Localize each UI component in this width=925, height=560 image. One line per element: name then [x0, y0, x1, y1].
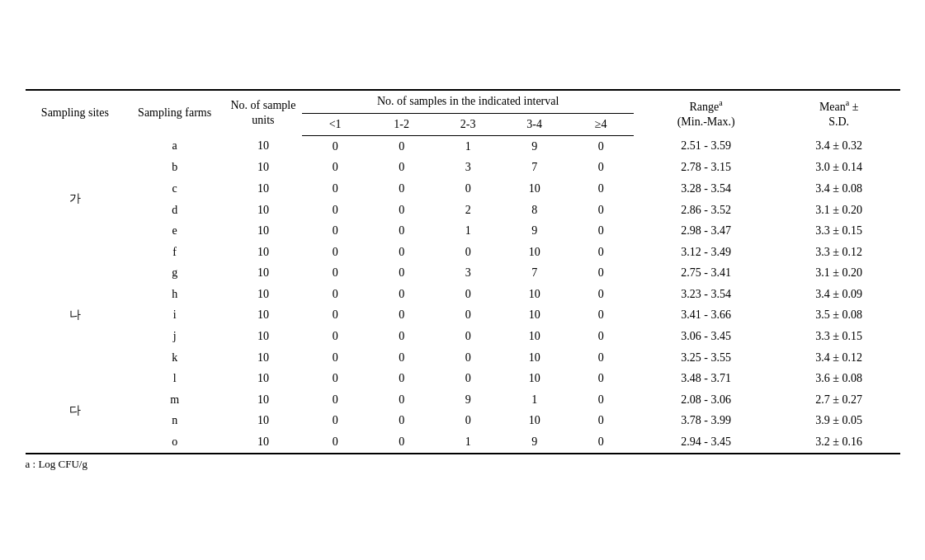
farm-cell: g	[125, 262, 224, 284]
farm-cell: k	[125, 347, 224, 369]
r34-cell: 9	[501, 135, 568, 157]
units-cell: 10	[224, 178, 302, 200]
gte4-cell: 0	[568, 389, 635, 411]
farm-cell: l	[125, 368, 224, 389]
footnote: a : Log CFU/g	[26, 458, 900, 471]
r34-cell: 7	[501, 262, 568, 284]
site-cell: 가	[26, 135, 125, 262]
r12-cell: 0	[368, 389, 435, 411]
gte4-cell: 0	[568, 220, 635, 242]
farm-cell: i	[125, 304, 224, 326]
table-row: b10003702.78 - 3.153.0 ± 0.14	[26, 157, 900, 178]
range-cell: 2.51 - 3.59	[634, 135, 777, 157]
r34-cell: 10	[501, 284, 568, 305]
farm-cell: e	[125, 220, 224, 242]
lt1-cell: 0	[302, 157, 369, 178]
gte4-cell: 0	[568, 326, 635, 347]
mean-cell: 3.6 ± 0.08	[778, 368, 900, 389]
r12-cell: 0	[368, 242, 435, 263]
gte4-cell: 0	[568, 135, 635, 157]
site-cell: 다	[26, 368, 125, 453]
r34-cell: 10	[501, 178, 568, 200]
col-sampling-farms: Sampling farms	[125, 90, 224, 135]
col-range: Rangea(Min.-Max.)	[634, 90, 777, 135]
table-row: 다l100001003.48 - 3.713.6 ± 0.08	[26, 368, 900, 389]
units-cell: 10	[224, 326, 302, 347]
gte4-cell: 0	[568, 178, 635, 200]
r34-cell: 7	[501, 157, 568, 178]
r23-cell: 0	[435, 368, 502, 389]
table-row: 나g10003702.75 - 3.413.1 ± 0.20	[26, 262, 900, 284]
table-row: k100001003.25 - 3.553.4 ± 0.12	[26, 347, 900, 369]
mean-cell: 3.3 ± 0.15	[778, 220, 900, 242]
r34-cell: 9	[501, 220, 568, 242]
farm-cell: c	[125, 178, 224, 200]
range-cell: 3.41 - 3.66	[634, 304, 777, 326]
table-row: f100001003.12 - 3.493.3 ± 0.12	[26, 242, 900, 263]
range-cell: 2.78 - 3.15	[634, 157, 777, 178]
gte4-cell: 0	[568, 242, 635, 263]
r12-cell: 0	[368, 284, 435, 305]
mean-cell: 3.4 ± 0.32	[778, 135, 900, 157]
r34-cell: 10	[501, 304, 568, 326]
r34-cell: 9	[501, 431, 568, 454]
col-group-header: No. of samples in the indicated interval	[302, 90, 635, 113]
r34-cell: 10	[501, 368, 568, 389]
r23-cell: 1	[435, 220, 502, 242]
r23-cell: 3	[435, 262, 502, 284]
lt1-cell: 0	[302, 410, 369, 431]
r34-cell: 1	[501, 389, 568, 411]
table-row: 가a10001902.51 - 3.593.4 ± 0.32	[26, 135, 900, 157]
range-cell: 2.98 - 3.47	[634, 220, 777, 242]
table-row: i100001003.41 - 3.663.5 ± 0.08	[26, 304, 900, 326]
lt1-cell: 0	[302, 284, 369, 305]
units-cell: 10	[224, 157, 302, 178]
table-row: m10009102.08 - 3.062.7 ± 0.27	[26, 389, 900, 411]
farm-cell: f	[125, 242, 224, 263]
mean-cell: 3.4 ± 0.08	[778, 178, 900, 200]
r23-cell: 0	[435, 410, 502, 431]
farm-cell: n	[125, 410, 224, 431]
lt1-cell: 0	[302, 242, 369, 263]
r12-cell: 0	[368, 326, 435, 347]
mean-cell: 3.4 ± 0.12	[778, 347, 900, 369]
site-cell: 나	[26, 262, 125, 368]
r34-cell: 10	[501, 410, 568, 431]
r23-cell: 0	[435, 326, 502, 347]
r23-cell: 0	[435, 347, 502, 369]
table-row: o10001902.94 - 3.453.2 ± 0.16	[26, 431, 900, 454]
gte4-cell: 0	[568, 262, 635, 284]
r12-cell: 0	[368, 368, 435, 389]
units-cell: 10	[224, 304, 302, 326]
table-row: j100001003.06 - 3.453.3 ± 0.15	[26, 326, 900, 347]
range-cell: 3.48 - 3.71	[634, 368, 777, 389]
units-cell: 10	[224, 347, 302, 369]
units-cell: 10	[224, 220, 302, 242]
gte4-cell: 0	[568, 284, 635, 305]
range-cell: 2.75 - 3.41	[634, 262, 777, 284]
r12-cell: 0	[368, 347, 435, 369]
farm-cell: b	[125, 157, 224, 178]
col-sampling-sites: Sampling sites	[26, 90, 125, 135]
col-mean: Meana ±S.D.	[778, 90, 900, 135]
mean-cell: 3.1 ± 0.20	[778, 200, 900, 221]
r34-cell: 8	[501, 200, 568, 221]
lt1-cell: 0	[302, 200, 369, 221]
r23-cell: 3	[435, 157, 502, 178]
r12-cell: 0	[368, 410, 435, 431]
r23-cell: 0	[435, 304, 502, 326]
mean-cell: 3.1 ± 0.20	[778, 262, 900, 284]
r12-cell: 0	[368, 200, 435, 221]
farm-cell: a	[125, 135, 224, 157]
range-cell: 3.23 - 3.54	[634, 284, 777, 305]
lt1-cell: 0	[302, 178, 369, 200]
lt1-cell: 0	[302, 304, 369, 326]
units-cell: 10	[224, 200, 302, 221]
lt1-cell: 0	[302, 431, 369, 454]
range-cell: 3.12 - 3.49	[634, 242, 777, 263]
gte4-cell: 0	[568, 368, 635, 389]
col-r12: 1-2	[368, 113, 435, 135]
mean-cell: 3.3 ± 0.12	[778, 242, 900, 263]
col-r23: 2-3	[435, 113, 502, 135]
col-gte4: ≥4	[568, 113, 635, 135]
